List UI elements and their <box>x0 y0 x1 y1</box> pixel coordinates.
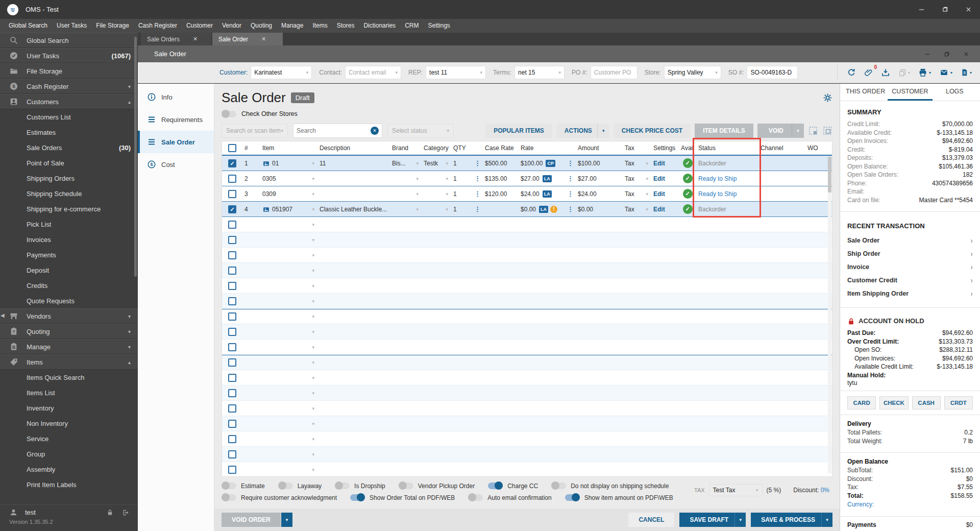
item-cell[interactable]: ▾ <box>260 375 317 380</box>
settings-cell[interactable]: Edit <box>651 190 679 198</box>
column-header-avail[interactable]: Avail <box>679 144 696 152</box>
column-header-item[interactable]: Item <box>260 144 317 152</box>
search-field[interactable] <box>297 127 371 134</box>
sidebar-item-customers-list[interactable]: Customers List <box>0 109 138 125</box>
chevron-down-icon[interactable]: ▾ <box>312 360 315 365</box>
sidebar-item-pick-list[interactable]: Pick List <box>0 216 138 232</box>
mdi-minimize-icon[interactable] <box>919 48 936 60</box>
chevron-down-icon[interactable]: ▾ <box>312 345 315 350</box>
row-select-cell[interactable] <box>222 358 242 367</box>
item-image-icon[interactable] <box>262 160 270 166</box>
pay-button-check[interactable]: CHECK <box>879 396 908 409</box>
column-header-category[interactable]: Category <box>422 144 451 152</box>
empty-table-row[interactable]: ▾ <box>222 309 832 324</box>
row-checkbox[interactable] <box>228 312 236 321</box>
status-value[interactable]: Ready to Ship <box>698 175 737 182</box>
item-image-icon[interactable] <box>262 206 270 212</box>
toggle-switch[interactable] <box>350 494 365 501</box>
sidebar-item-sale-orders[interactable]: Sale Orders(30) <box>0 140 138 155</box>
qty-cell[interactable]: 1⋮ <box>451 159 483 167</box>
toggle-switch[interactable] <box>335 482 350 489</box>
table-row[interactable]: ✓4051907▾Classic Leather Buckle...▾▾1⋮$0… <box>222 202 832 217</box>
row-select-cell[interactable] <box>222 251 242 259</box>
tax-cell[interactable]: Tax▾ <box>623 206 651 213</box>
row-select-cell[interactable] <box>222 404 242 413</box>
sidebar-item-user-tasks[interactable]: User Tasks(1067) <box>0 48 138 63</box>
tab-close-icon[interactable]: ✕ <box>193 36 198 42</box>
edit-link[interactable]: Edit <box>653 160 665 167</box>
qty-options-icon[interactable]: ⋮ <box>474 190 481 198</box>
row-checkbox[interactable] <box>228 175 236 183</box>
chevron-down-icon[interactable]: ▾ <box>416 161 420 166</box>
row-select-cell[interactable] <box>222 389 242 397</box>
empty-table-row[interactable]: ▾ <box>222 340 832 355</box>
chevron-down-icon[interactable]: ▾ <box>646 207 649 212</box>
category-cell[interactable]: ▾ <box>422 191 451 197</box>
column-header-case-rate[interactable]: Case Rate <box>483 144 519 152</box>
sidebar-item-shipping-orders[interactable]: Shipping Orders <box>0 171 138 186</box>
select-region-icon[interactable] <box>808 126 818 136</box>
chevron-down-icon[interactable]: ▾ <box>446 176 449 181</box>
empty-table-row[interactable]: ▾ <box>222 431 832 447</box>
table-scrollbar[interactable] <box>828 157 831 473</box>
search-input[interactable]: ✕ <box>293 124 382 138</box>
print-icon[interactable]: ▾ <box>918 68 931 77</box>
menubar-item-settings[interactable]: Settings <box>423 19 454 33</box>
row-select-cell[interactable] <box>222 190 242 198</box>
toggle-estimate[interactable]: Estimate <box>222 482 265 490</box>
column-header-brand[interactable]: Brand <box>390 144 422 152</box>
menubar-item-vendor[interactable]: Vendor <box>217 19 246 33</box>
mdi-close-icon[interactable] <box>958 48 975 60</box>
select-columns-icon[interactable] <box>822 126 832 136</box>
table-row[interactable]: 20305▾▾▾1⋮$135.00$27.00LA⋮$27.00Tax▾Edit… <box>222 171 832 186</box>
sidebar-item-estimates[interactable]: Estimates <box>0 125 138 140</box>
recent-link-sale-order[interactable]: Sale Order› <box>847 234 973 247</box>
save-draft-dropdown-icon[interactable]: ▾ <box>734 513 746 527</box>
menubar-item-stores[interactable]: Stores <box>332 19 359 33</box>
toggle-switch[interactable] <box>399 482 413 489</box>
panel-tab-this-order[interactable]: THIS ORDER <box>843 84 888 101</box>
rate-cell[interactable]: $27.00LA⋮ <box>519 175 576 182</box>
recent-link-customer-credit[interactable]: Customer Credit› <box>847 274 973 287</box>
chevron-down-icon[interactable]: ▾ <box>312 176 315 181</box>
sidebar-item-items[interactable]: Items▴ <box>0 354 138 370</box>
item-cell[interactable]: ▾ <box>260 237 317 243</box>
row-checkbox[interactable] <box>228 466 236 474</box>
chevron-down-icon[interactable]: ▾ <box>446 207 449 212</box>
qty-cell[interactable]: 1⋮ <box>451 205 483 213</box>
maximize-icon[interactable] <box>933 0 957 19</box>
toggle-switch[interactable] <box>468 494 483 501</box>
column-header-settings[interactable]: Settings <box>651 144 679 152</box>
row-checkbox[interactable] <box>228 221 236 229</box>
column-header-select[interactable] <box>222 144 242 152</box>
toggle-auto-email-confirmation[interactable]: Auto email confirmation <box>468 494 551 501</box>
chevron-down-icon[interactable]: ▾ <box>312 421 315 426</box>
rate-options-icon[interactable]: ⋮ <box>567 159 574 167</box>
item-cell[interactable]: ▾ <box>260 437 317 442</box>
select-all-checkbox[interactable] <box>228 144 236 152</box>
section-nav-sale-order[interactable]: Sale Order <box>138 131 214 153</box>
item-cell[interactable]: ▾ <box>260 299 317 304</box>
chevron-down-icon[interactable]: ▾ <box>312 207 315 212</box>
menubar-item-crm[interactable]: CRM <box>400 19 423 33</box>
chevron-down-icon[interactable]: ▾ <box>446 161 449 166</box>
pay-button-cash[interactable]: CASH <box>912 396 941 409</box>
column-header-qty[interactable]: QTY <box>451 144 483 152</box>
chevron-down-icon[interactable]: ▾ <box>312 375 315 380</box>
sidebar-item-non-inventory[interactable]: Non Inventory <box>0 416 138 431</box>
empty-table-row[interactable]: ▾ <box>222 385 832 401</box>
item-cell[interactable]: ▾ <box>260 406 317 411</box>
toggle-switch[interactable] <box>278 482 293 489</box>
row-select-cell[interactable] <box>222 221 242 229</box>
row-checkbox[interactable]: ✓ <box>228 205 236 213</box>
item-cell[interactable]: 051907▾ <box>260 206 317 213</box>
menubar-item-quoting[interactable]: Quoting <box>246 19 277 33</box>
item-cell[interactable]: ▾ <box>260 268 317 273</box>
sidebar-item-credits[interactable]: Credits <box>0 278 138 293</box>
tab-close-icon[interactable]: ✕ <box>261 36 266 42</box>
table-row[interactable]: 30309▾▾▾1⋮$120.00$24.00LA⋮$24.00Tax▾Edit… <box>222 186 832 202</box>
row-select-cell[interactable]: ✓ <box>222 205 242 213</box>
status-cell[interactable]: Backorder <box>696 160 758 167</box>
tax-cell[interactable]: Tax▾ <box>623 160 651 167</box>
clear-search-icon[interactable]: ✕ <box>371 127 379 135</box>
